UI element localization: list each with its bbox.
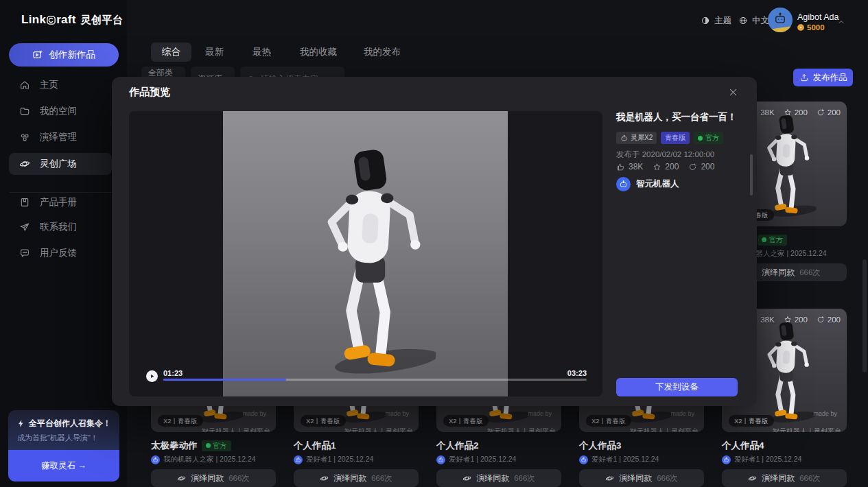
orbit-icon (748, 474, 757, 483)
card-stat: 200 (784, 108, 808, 117)
made-by-watermark: made by (528, 410, 552, 417)
card-title-row: 太极拳动作官方 (151, 440, 276, 451)
replay-same-button[interactable]: 演绎同款666次 (579, 469, 704, 487)
video-player[interactable]: 01:23 03:23 (129, 111, 602, 396)
card-title-row: 个人作品1 (294, 440, 419, 451)
sidebar-item-label: 用户反馈 (40, 247, 77, 259)
tab-5[interactable]: 我的发布 (364, 43, 401, 62)
official-tag: 官方 (694, 132, 723, 144)
creator-promo-card: 全平台创作人召集令！ 成为首批"机器人导演"！ 赚取灵石 → (8, 410, 119, 482)
user-menu-chevron[interactable] (836, 15, 846, 27)
work-author[interactable]: 智元机器人 (616, 177, 679, 191)
model-tag: 灵犀X2 (616, 132, 657, 144)
total-time: 03:23 (567, 369, 587, 377)
robot-chip-icon (620, 134, 628, 142)
model-tag-label: 灵犀X2 (631, 133, 653, 143)
replay-count: 666次 (799, 473, 821, 484)
replay-same-button[interactable]: 演绎同款666次 (722, 469, 847, 487)
chevron-up-icon (836, 17, 846, 27)
star-icon (784, 316, 792, 324)
play-button[interactable] (146, 370, 158, 382)
replay-same-button[interactable]: 演绎同款666次 (151, 469, 276, 487)
sidebar-item-label: 演绎管理 (40, 131, 77, 143)
author-robot-icon (152, 457, 159, 463)
sidebar-item-home[interactable]: 主页 (9, 74, 112, 96)
share-icon (817, 316, 825, 324)
create-work-button[interactable]: 创作新作品 (9, 43, 119, 67)
like-count: 38K (760, 316, 774, 324)
language-switch[interactable]: 中文 (738, 14, 769, 27)
author-robot-icon (580, 457, 587, 463)
tab-2[interactable]: 最新 (205, 43, 224, 62)
coin-icon (797, 24, 804, 31)
brand-watermark: 智元机器人丨灵创平台 (202, 427, 270, 432)
replay-label: 演绎同款 (762, 267, 795, 278)
work-tags: 灵犀X2 青春版 官方 (616, 132, 723, 144)
sidebar-item-label: 主页 (40, 79, 58, 91)
card-author-date: 我的机器人之家 | 2025.12.24 (163, 455, 256, 464)
orbit-icon (177, 474, 186, 483)
replay-same-button[interactable]: 演绎同款666次 (436, 469, 561, 487)
theme-label: 主题 (714, 15, 731, 27)
author-robot-icon (438, 457, 444, 463)
model-version-badge: X2丨青春版 (158, 415, 203, 427)
tab-3[interactable]: 最热 (253, 43, 271, 62)
replay-count: 666次 (514, 473, 535, 484)
avatar-robot-icon (773, 12, 787, 25)
author-avatar (722, 455, 731, 464)
orbit-icon (320, 474, 329, 483)
chat-icon (19, 248, 30, 259)
promo-subtitle: 成为首批"机器人导演"！ (17, 433, 98, 443)
star-stat[interactable]: 200 (653, 162, 679, 171)
tab-4[interactable]: 我的收藏 (300, 43, 337, 62)
brand-watermark: 智元机器人丨灵创平台 (630, 427, 699, 432)
tab-1[interactable]: 综合 (151, 43, 191, 62)
sidebar-item-send[interactable]: 联系我们 (9, 216, 112, 238)
user-coins: 5000 (797, 23, 825, 32)
replay-label: 演绎同款 (191, 473, 224, 484)
thumbs-up-icon (616, 163, 625, 171)
author-avatar (579, 455, 588, 464)
card-author-row: 爱好者1 | 2025.12.24 (579, 455, 704, 464)
work-stats: 38K 200 200 (616, 162, 714, 171)
earn-gems-button[interactable]: 赚取灵石 → (8, 450, 119, 482)
planet-icon (19, 158, 30, 169)
send-icon (19, 222, 30, 233)
official-badge: 官方 (758, 235, 787, 246)
made-by-watermark: made by (670, 410, 694, 417)
model-version-badge: X2丨青春版 (301, 415, 346, 427)
theme-toggle[interactable]: 主题 (701, 14, 731, 27)
star-icon (784, 108, 792, 117)
author-name: 智元机器人 (636, 178, 679, 190)
user-avatar[interactable] (768, 8, 793, 32)
send-to-device-button[interactable]: 下发到设备 (616, 378, 738, 396)
card-title-row: 个人作品4 (722, 440, 847, 451)
replay-count: 666次 (228, 473, 250, 484)
promo-title: 全平台创作人召集令！ (16, 418, 111, 429)
made-by-watermark: made by (813, 410, 837, 417)
star-count: 200 (795, 108, 808, 117)
sidebar-item-nodes[interactable]: 演绎管理 (9, 126, 112, 148)
share-count: 200 (828, 108, 841, 117)
publish-work-button[interactable]: 发布作品 (793, 69, 853, 86)
made-by-watermark: made by (242, 410, 266, 417)
sidebar-item-chat[interactable]: 用户反馈 (9, 242, 112, 264)
model-version-badge: X2丨青春版 (729, 415, 774, 427)
modal-scrollbar[interactable] (750, 154, 753, 195)
logo-text-prefix: Link (21, 13, 46, 26)
like-count: 38K (629, 162, 643, 171)
like-stat[interactable]: 38K (616, 162, 643, 171)
replay-label: 演绎同款 (476, 473, 509, 484)
progress-bar[interactable] (163, 379, 587, 381)
work-preview-modal: 作品预览 01:23 03:23 我是机器人，买一台省一百！ 灵犀X2 青春版 … (112, 77, 757, 406)
robot-figure (295, 129, 436, 383)
sidebar-item-book[interactable]: 产品手册 (9, 191, 112, 213)
card-robot-figure (753, 313, 816, 429)
sidebar-item-folder[interactable]: 我的空间 (9, 100, 112, 122)
user-name: Agibot Ada (797, 12, 838, 22)
sidebar-item-planet[interactable]: 灵创广场 (9, 153, 112, 175)
replay-same-button[interactable]: 演绎同款666次 (294, 469, 419, 487)
share-stat[interactable]: 200 (688, 162, 714, 171)
page-scrollbar[interactable] (863, 259, 867, 372)
logo-cn: 灵创平台 (81, 14, 123, 25)
